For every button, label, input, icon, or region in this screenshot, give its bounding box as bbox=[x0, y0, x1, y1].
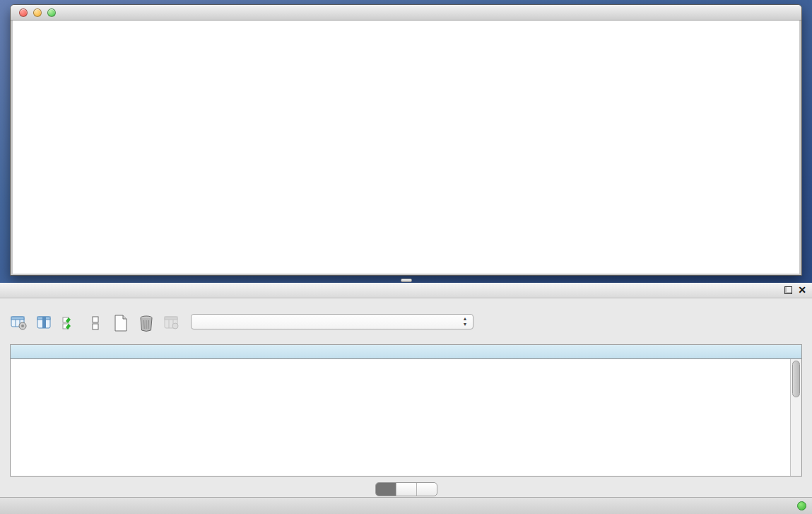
network-canvas[interactable] bbox=[13, 21, 799, 274]
network-window bbox=[10, 4, 802, 276]
delete-rows-icon[interactable] bbox=[137, 314, 155, 332]
minimize-window-button[interactable] bbox=[33, 8, 42, 17]
status-bar bbox=[0, 497, 812, 514]
node-table bbox=[10, 344, 802, 477]
zoom-window-button[interactable] bbox=[47, 8, 56, 17]
table-toolbar bbox=[10, 311, 206, 335]
table-mode-tabs bbox=[375, 482, 437, 496]
memory-status-indicator[interactable] bbox=[797, 501, 806, 510]
vertical-scrollbar[interactable] bbox=[790, 359, 801, 476]
table-settings-icon[interactable] bbox=[10, 314, 28, 332]
table-panel: ✕ ▲▼ bbox=[0, 283, 812, 514]
row-height-icon[interactable] bbox=[86, 314, 105, 332]
float-panel-icon[interactable] bbox=[784, 286, 792, 294]
tab-edge-table[interactable] bbox=[396, 483, 417, 496]
column-settings-icon[interactable] bbox=[35, 314, 54, 332]
table-selector-dropdown[interactable]: ▲▼ bbox=[191, 314, 473, 329]
splitter-handle[interactable] bbox=[401, 279, 412, 282]
scrollbar-thumb[interactable] bbox=[792, 361, 800, 397]
delete-table-icon[interactable] bbox=[163, 314, 181, 332]
new-table-icon[interactable] bbox=[112, 314, 130, 332]
table-panel-header: ✕ bbox=[0, 283, 812, 298]
close-window-button[interactable] bbox=[19, 8, 28, 17]
tab-network-table[interactable] bbox=[417, 483, 437, 496]
select-rows-icon[interactable] bbox=[61, 314, 79, 332]
tab-node-table[interactable] bbox=[376, 483, 396, 496]
window-titlebar[interactable] bbox=[11, 5, 801, 21]
close-panel-icon[interactable]: ✕ bbox=[798, 284, 806, 296]
table-header-row bbox=[11, 345, 801, 359]
dropdown-stepper-icon: ▲▼ bbox=[460, 316, 470, 327]
